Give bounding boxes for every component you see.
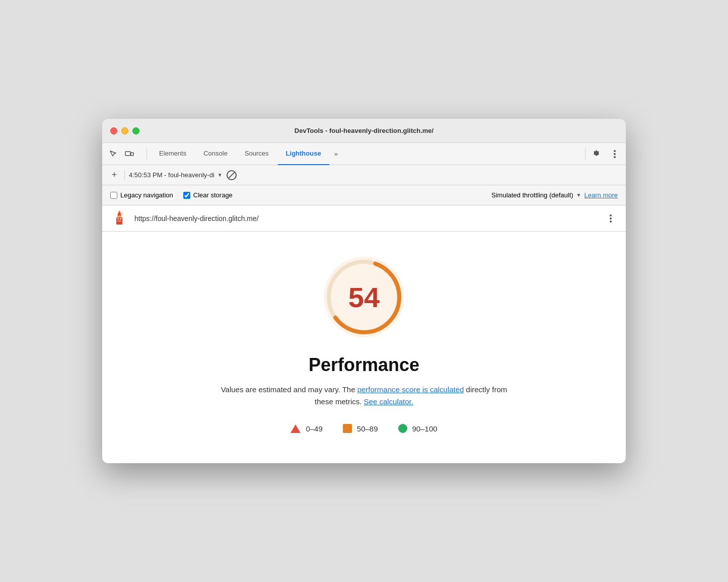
desc-static: Values are estimated and may vary. The <box>221 385 357 394</box>
svg-point-2 <box>614 150 616 152</box>
legend-range-green: 90–100 <box>412 424 438 433</box>
minimize-button[interactable] <box>121 127 128 134</box>
url-display: https://foul-heavenly-direction.glitch.m… <box>134 214 604 223</box>
device-toolbar-icon[interactable] <box>122 147 136 161</box>
performance-title: Performance <box>309 354 419 376</box>
url-bar: https://foul-heavenly-direction.glitch.m… <box>102 205 626 232</box>
divider <box>147 148 147 160</box>
legend-item-orange: 50–89 <box>343 424 378 433</box>
lighthouse-logo-icon <box>110 209 128 228</box>
orange-square-icon <box>343 424 352 433</box>
divider2 <box>585 148 586 160</box>
svg-rect-0 <box>125 152 130 156</box>
throttling-group: Simulated throttling (default) ▼ Learn m… <box>491 191 618 199</box>
svg-rect-9 <box>120 218 121 220</box>
perf-score-link[interactable]: performance score is calculated <box>357 385 464 394</box>
svg-rect-10 <box>117 221 121 222</box>
close-button[interactable] <box>110 127 117 134</box>
svg-point-4 <box>614 156 616 158</box>
svg-point-3 <box>614 153 616 155</box>
tab-elements[interactable]: Elements <box>151 143 194 165</box>
calculator-link[interactable]: See calculator. <box>364 397 413 406</box>
svg-rect-1 <box>131 153 133 156</box>
throttling-label: Simulated throttling (default) <box>491 191 573 199</box>
legend-range-red: 0–49 <box>306 424 322 433</box>
performance-description: Values are estimated and may vary. The p… <box>213 384 515 408</box>
clear-storage-group: Clear storage <box>183 191 233 199</box>
block-requests-icon[interactable] <box>227 170 237 180</box>
score-value: 54 <box>348 281 380 314</box>
devtools-tab-bar: Elements Console Sources Lighthouse » <box>102 143 626 165</box>
tab-sources[interactable]: Sources <box>237 143 277 165</box>
toolbar-url-group: 4:50:53 PM - foul-heavenly-di ▼ <box>129 171 223 179</box>
legacy-nav-group: Legacy navigation <box>110 191 173 199</box>
clear-storage-label: Clear storage <box>193 191 233 199</box>
tab-lighthouse[interactable]: Lighthouse <box>278 143 329 165</box>
more-tabs-button[interactable]: » <box>330 150 342 158</box>
green-circle-icon <box>398 424 407 433</box>
toolbar-timestamp: 4:50:53 PM - foul-heavenly-di <box>129 171 214 179</box>
dropdown-arrow-icon[interactable]: ▼ <box>217 172 223 178</box>
legacy-nav-label: Legacy navigation <box>120 191 173 199</box>
main-content: 54 Performance Values are estimated and … <box>102 232 626 463</box>
url-bar-more-button[interactable] <box>604 211 618 226</box>
red-triangle-icon <box>290 424 301 433</box>
score-container: 54 <box>319 252 409 342</box>
tab-actions <box>590 147 622 161</box>
tab-icon-group <box>106 147 136 161</box>
devtools-window: DevTools - foul-heavenly-direction.glitc… <box>102 119 626 463</box>
more-options-icon[interactable] <box>608 147 622 161</box>
legacy-nav-checkbox[interactable] <box>110 192 117 199</box>
legend-item-red: 0–49 <box>290 424 322 433</box>
legend-range-orange: 50–89 <box>357 424 378 433</box>
settings-icon[interactable] <box>590 147 604 161</box>
main-tabs: Elements Console Sources Lighthouse » <box>151 143 581 165</box>
legend-item-green: 90–100 <box>398 424 438 433</box>
score-legend: 0–49 50–89 90–100 <box>290 424 437 433</box>
throttling-dropdown-icon[interactable]: ▼ <box>576 192 581 198</box>
svg-rect-6 <box>117 215 121 217</box>
clear-storage-checkbox[interactable] <box>183 192 190 199</box>
svg-rect-8 <box>117 218 119 220</box>
maximize-button[interactable] <box>132 127 139 134</box>
window-title: DevTools - foul-heavenly-direction.glitc… <box>295 127 433 134</box>
learn-more-link[interactable]: Learn more <box>585 191 618 199</box>
lighthouse-toolbar: + 4:50:53 PM - foul-heavenly-di ▼ <box>102 165 626 185</box>
tab-console[interactable]: Console <box>195 143 236 165</box>
options-bar: Legacy navigation Clear storage Simulate… <box>102 185 626 205</box>
inspector-icon[interactable] <box>106 147 120 161</box>
add-icon[interactable]: + <box>108 169 120 181</box>
traffic-lights <box>110 127 139 134</box>
titlebar: DevTools - foul-heavenly-direction.glitc… <box>102 119 626 143</box>
toolbar-divider <box>124 170 125 180</box>
